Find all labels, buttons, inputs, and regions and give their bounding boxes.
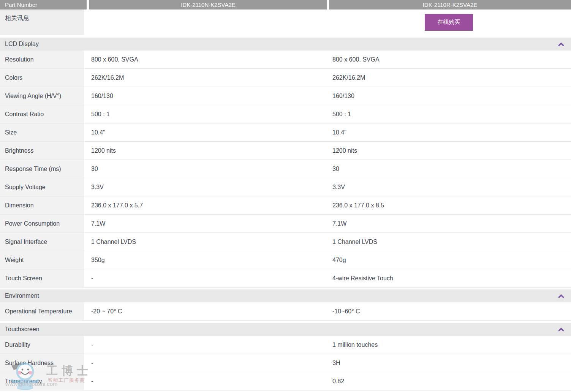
spec-value-col2: 800 x 600, SVGA [326,51,571,68]
spec-value-col2: 1200 nits [326,142,571,160]
table-row: Colors 262K/16.2M 262K/16.2M [0,69,571,87]
table-row: Signal Interface 1 Channel LVDS 1 Channe… [0,233,571,251]
related-info-label: 相关讯息 [0,9,87,35]
spec-label: Brightness [0,142,87,160]
spec-value-col1: 30 [87,160,326,178]
table-row: Resolution 800 x 600, SVGA 800 x 600, SV… [0,51,571,69]
table-row: Durability - 1 million touches [0,336,571,354]
product-column-header-idk-2110r: IDK-2110R-K2SVA2E [329,0,571,9]
spec-label: Durability [0,336,87,354]
part-number-header: Part Number [0,0,87,9]
spec-value-col1: -20 ~ 70° C [87,302,326,320]
product-column-header-idk-2110n: IDK-2110N-K2SVA2E [89,0,327,9]
spec-table-page: { "colors": { "header_bg": "#9A9A9A", "h… [0,0,571,392]
spec-value-col1: 236.0 x 177.0 x 5.7 [87,196,326,214]
chevron-up-icon[interactable] [558,327,564,332]
spec-label: Weight [0,251,87,269]
spec-value-col1: 7.1W [87,215,326,232]
spec-value-col1: - [87,336,326,354]
table-row: Response Time (ms) 30 30 [0,160,571,178]
related-info-cell-buy: 在线购买 [326,9,571,35]
spec-value-col2: 3.3V [326,178,571,196]
spec-value-col2: 1 Channel LVDS [326,233,571,251]
table-row: Supply Voltage 3.3V 3.3V [0,178,571,196]
related-info-cell-empty [87,9,324,35]
spec-value-col1: 1200 nits [87,142,326,160]
spec-value-col1: - [87,372,326,390]
column-divider [87,0,89,9]
section-title: Touchscreen [5,326,40,332]
spec-value-col2: 10.4" [326,123,571,141]
spacer [0,35,571,38]
section-header-touchscreen[interactable]: Touchscreen [0,323,571,336]
table-row: Power Consumption 7.1W 7.1W [0,215,571,233]
spec-label: Viewing Angle (H/V°) [0,87,87,105]
spec-value-col1: 350g [87,251,326,269]
spec-label: Response Time (ms) [0,160,87,178]
table-row: Contrast Ratio 500 : 1 500 : 1 [0,105,571,123]
spec-label: Resolution [0,51,87,68]
spec-label: Colors [0,69,87,87]
spec-value-col1: - [87,354,326,372]
spec-label: Dimension [0,196,87,214]
table-row: Touch Screen - 4-wire Resistive Touch [0,269,571,288]
table-row: Dimension 236.0 x 177.0 x 5.7 236.0 x 17… [0,196,571,215]
spec-value-col1: 800 x 600, SVGA [87,51,326,68]
chevron-up-icon[interactable] [558,294,564,298]
table-row: Brightness 1200 nits 1200 nits [0,142,571,160]
chevron-up-icon[interactable] [558,42,564,46]
table-row: Transparency - 0.82 [0,372,571,390]
spec-label: Supply Voltage [0,178,87,196]
spec-label: Signal Interface [0,233,87,251]
buy-online-button[interactable]: 在线购买 [425,14,473,31]
table-row: Size 10.4" 10.4" [0,123,571,142]
spec-value-col2: 3H [326,354,571,372]
table-row: Weight 350g 470g [0,251,571,269]
spec-label: Transparency [0,372,87,390]
spec-label: Operational Temperature [0,302,87,320]
spec-label: Power Consumption [0,215,87,232]
spec-value-col2: 4-wire Resistive Touch [326,269,571,287]
spec-label: Surface Hardness [0,354,87,372]
spec-value-col2: 0.82 [326,372,571,390]
spec-value-col2: 470g [326,251,571,269]
spec-value-col2: -10~60° C [326,302,571,320]
table-row: Operational Temperature -20 ~ 70° C -10~… [0,302,571,321]
section-title: Environment [5,292,39,299]
spec-value-col2: 30 [326,160,571,178]
spec-value-col2: 236.0 x 177.0 x 8.5 [326,196,571,214]
section-title: LCD Display [5,41,39,47]
spec-value-col2: 1 million touches [326,336,571,354]
spec-value-col2: 160/130 [326,87,571,105]
table-header-row: Part Number IDK-2110N-K2SVA2E IDK-2110R-… [0,0,571,9]
spec-value-col1: 3.3V [87,178,326,196]
spec-value-col2: 7.1W [326,215,571,232]
related-info-row: 相关讯息 在线购买 [0,9,571,35]
spec-value-col2: 500 : 1 [326,105,571,123]
spec-value-col1: 10.4" [87,123,326,141]
table-row: Viewing Angle (H/V°) 160/130 160/130 [0,87,571,105]
spec-value-col1: - [87,269,326,287]
table-row: Surface Hardness - 3H [0,354,571,372]
spec-value-col1: 500 : 1 [87,105,326,123]
spec-label: Size [0,123,87,141]
spec-value-col1: 262K/16.2M [87,69,326,87]
spec-value-col1: 160/130 [87,87,326,105]
spec-label: Touch Screen [0,269,87,287]
section-header-environment[interactable]: Environment [0,289,571,302]
spec-value-col1: 1 Channel LVDS [87,233,326,251]
spec-value-col2: 262K/16.2M [326,69,571,87]
spec-label: Contrast Ratio [0,105,87,123]
section-header-lcd-display[interactable]: LCD Display [0,38,571,51]
